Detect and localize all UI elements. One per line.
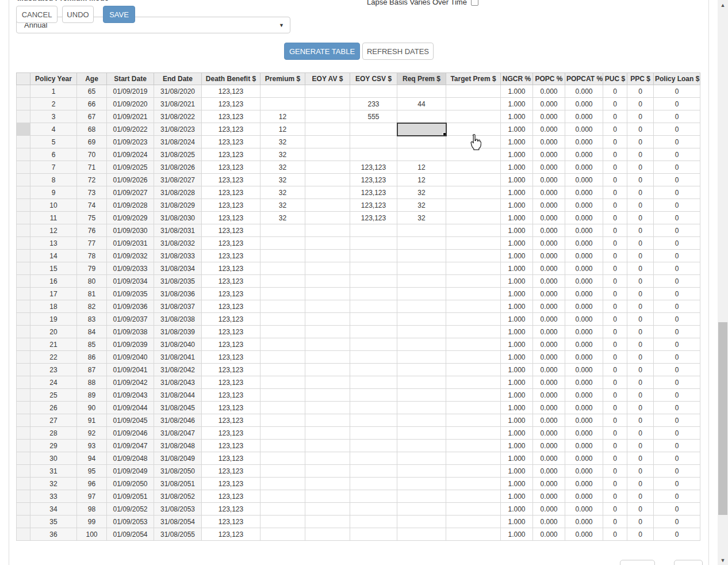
- lapse-basis-checkbox[interactable]: [471, 0, 478, 6]
- cell[interactable]: 1.000: [501, 338, 533, 351]
- row-header[interactable]: [17, 528, 30, 541]
- cell[interactable]: 0.000: [565, 237, 603, 250]
- cell[interactable]: 0.000: [533, 326, 565, 338]
- cell[interactable]: 0: [603, 503, 627, 516]
- cell[interactable]: 0: [603, 199, 627, 212]
- cell[interactable]: [260, 478, 305, 490]
- cell[interactable]: 01/09/2021: [107, 110, 154, 123]
- row-header[interactable]: [17, 161, 30, 174]
- cell[interactable]: 0: [654, 326, 700, 338]
- row-header[interactable]: [17, 516, 30, 528]
- cell[interactable]: 0: [603, 351, 627, 364]
- cell[interactable]: 0.000: [533, 224, 565, 237]
- cell[interactable]: 100: [77, 528, 107, 541]
- cell[interactable]: 0: [654, 250, 700, 262]
- cell[interactable]: 31/08/2050: [154, 465, 202, 478]
- cell[interactable]: [446, 199, 501, 212]
- cell[interactable]: 21: [30, 338, 77, 351]
- cell[interactable]: 0: [654, 440, 700, 452]
- cell[interactable]: 0: [654, 364, 700, 376]
- cell[interactable]: 0: [654, 224, 700, 237]
- cell[interactable]: 3: [30, 110, 77, 123]
- column-header-puc[interactable]: PUC $: [603, 73, 627, 85]
- row-header[interactable]: [17, 338, 30, 351]
- cell[interactable]: [260, 465, 305, 478]
- cell[interactable]: 0: [627, 376, 654, 389]
- cell[interactable]: [305, 389, 350, 402]
- cell[interactable]: [397, 136, 446, 148]
- cell[interactable]: 72: [77, 174, 107, 186]
- cell[interactable]: [397, 288, 446, 300]
- cell[interactable]: 0: [627, 490, 654, 503]
- cell[interactable]: [305, 490, 350, 503]
- cell[interactable]: 0.000: [533, 440, 565, 452]
- cell[interactable]: 01/09/2047: [107, 440, 154, 452]
- cell[interactable]: 123,123: [202, 389, 260, 402]
- cell[interactable]: 0: [654, 161, 700, 174]
- row-header[interactable]: [17, 326, 30, 338]
- row-header[interactable]: [17, 174, 30, 186]
- cell[interactable]: 36: [30, 528, 77, 541]
- cell[interactable]: 0: [603, 161, 627, 174]
- cell[interactable]: 12: [30, 224, 77, 237]
- cell[interactable]: 01/09/2053: [107, 516, 154, 528]
- cell[interactable]: 0: [603, 313, 627, 326]
- cell[interactable]: [260, 85, 305, 98]
- cell[interactable]: 0: [603, 364, 627, 376]
- cell[interactable]: 123,123: [202, 326, 260, 338]
- cell[interactable]: 01/09/2042: [107, 376, 154, 389]
- cell[interactable]: 0: [654, 452, 700, 465]
- cell[interactable]: 82: [77, 300, 107, 313]
- cell[interactable]: 0.000: [565, 503, 603, 516]
- cell[interactable]: 24: [30, 376, 77, 389]
- cell[interactable]: [260, 300, 305, 313]
- cell[interactable]: [305, 186, 350, 199]
- cell[interactable]: 0.000: [565, 351, 603, 364]
- cell[interactable]: 123,123: [202, 212, 260, 224]
- cell[interactable]: [446, 364, 501, 376]
- row-header[interactable]: [17, 376, 30, 389]
- cell[interactable]: 0: [654, 490, 700, 503]
- cell[interactable]: 0: [627, 465, 654, 478]
- selected-cell[interactable]: [397, 123, 446, 136]
- cell[interactable]: 1.000: [501, 250, 533, 262]
- cell[interactable]: [446, 136, 501, 148]
- cell[interactable]: [260, 389, 305, 402]
- cell[interactable]: 31/08/2054: [154, 516, 202, 528]
- cell[interactable]: 0: [603, 212, 627, 224]
- cell[interactable]: [305, 85, 350, 98]
- cell[interactable]: 0.000: [533, 288, 565, 300]
- cell[interactable]: [305, 351, 350, 364]
- cell[interactable]: 95: [77, 465, 107, 478]
- cell[interactable]: 78: [77, 250, 107, 262]
- cell[interactable]: [350, 136, 397, 148]
- cell[interactable]: [446, 452, 501, 465]
- row-header[interactable]: [17, 85, 30, 98]
- cell[interactable]: 1.000: [501, 440, 533, 452]
- cell[interactable]: 32: [397, 212, 446, 224]
- cell[interactable]: 0: [654, 174, 700, 186]
- cell[interactable]: [446, 503, 501, 516]
- cell[interactable]: [446, 250, 501, 262]
- cell[interactable]: [397, 250, 446, 262]
- cell[interactable]: 0: [654, 516, 700, 528]
- cell[interactable]: 30: [30, 452, 77, 465]
- cell[interactable]: 0.000: [533, 452, 565, 465]
- cell[interactable]: 0.000: [533, 110, 565, 123]
- cell[interactable]: 0: [603, 148, 627, 161]
- cell[interactable]: 123,123: [202, 465, 260, 478]
- cell[interactable]: [350, 250, 397, 262]
- cell[interactable]: [397, 351, 446, 364]
- cell[interactable]: 0.000: [565, 364, 603, 376]
- cell[interactable]: 0: [654, 110, 700, 123]
- cell[interactable]: 01/09/2040: [107, 351, 154, 364]
- cell[interactable]: 1.000: [501, 262, 533, 275]
- cell[interactable]: [260, 452, 305, 465]
- cell[interactable]: 31/08/2040: [154, 338, 202, 351]
- cell[interactable]: 74: [77, 199, 107, 212]
- cell[interactable]: 0: [627, 85, 654, 98]
- cell[interactable]: 01/09/2028: [107, 199, 154, 212]
- cell[interactable]: 0: [627, 402, 654, 414]
- cell[interactable]: 32: [397, 186, 446, 199]
- cell[interactable]: 01/09/2054: [107, 528, 154, 541]
